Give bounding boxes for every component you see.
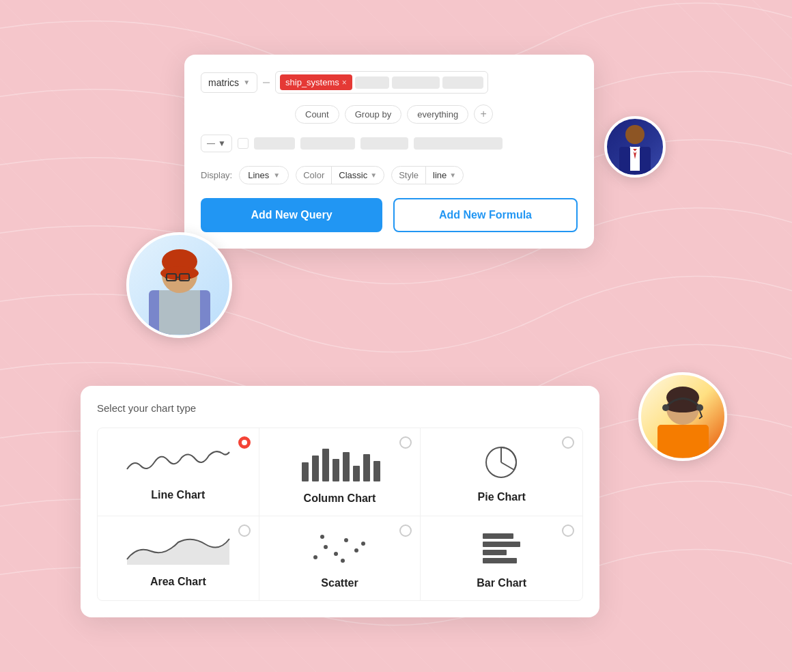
svg-point-13 — [334, 552, 338, 556]
ph-6 — [360, 137, 408, 150]
svg-point-16 — [361, 542, 365, 546]
placeholder-1 — [355, 76, 389, 89]
pie-chart-radio[interactable] — [562, 436, 574, 449]
color-select[interactable]: Color Classic ▼ — [296, 166, 384, 184]
svg-rect-6 — [363, 454, 370, 481]
svg-point-12 — [324, 545, 328, 549]
count-chip[interactable]: Count — [295, 105, 339, 124]
bar-chart-radio[interactable] — [562, 524, 574, 537]
bar-chart-name: Bar Chart — [477, 577, 526, 589]
svg-rect-3 — [333, 459, 339, 481]
svg-point-15 — [354, 548, 358, 552]
line-chart-name: Line Chart — [151, 489, 205, 501]
chart-item-line[interactable]: Line Chart — [98, 428, 259, 516]
ph-7 — [414, 137, 503, 150]
svg-point-42 — [696, 404, 703, 411]
area-chart-icon — [124, 532, 233, 569]
scatter-chart-icon — [305, 530, 373, 570]
line-chart-icon — [124, 445, 233, 482]
svg-point-41 — [662, 404, 669, 411]
svg-rect-28 — [159, 290, 200, 335]
placeholder-3 — [442, 76, 483, 89]
matrics-select[interactable]: matrics ▼ — [201, 72, 257, 93]
svg-point-14 — [344, 538, 348, 542]
svg-point-23 — [625, 125, 645, 144]
tag-container: ship_systems × — [275, 71, 488, 94]
placeholder-2 — [392, 76, 440, 89]
scatter-chart-radio[interactable] — [399, 524, 412, 537]
avatar-woman2 — [638, 372, 727, 461]
add-chip-btn[interactable]: + — [474, 104, 493, 124]
svg-rect-20 — [483, 542, 520, 547]
style-chevron: ▼ — [449, 171, 456, 179]
matrics-label: matrics — [208, 77, 239, 88]
svg-rect-7 — [373, 461, 380, 481]
pie-chart-icon — [483, 444, 520, 484]
column-chart-radio[interactable] — [399, 436, 412, 449]
chart-item-scatter[interactable]: Scatter — [259, 516, 421, 600]
column-chart-icon — [298, 442, 380, 486]
second-select[interactable]: — ▼ — [201, 135, 232, 152]
svg-rect-37 — [657, 425, 709, 458]
svg-rect-22 — [483, 558, 517, 563]
everything-chip[interactable]: everything — [407, 105, 468, 124]
svg-rect-2 — [322, 449, 329, 481]
svg-rect-21 — [483, 550, 507, 555]
lines-select[interactable]: Lines ▼ — [239, 166, 289, 184]
query-builder-card: matrics ▼ ship_systems × Count Group by … — [184, 55, 594, 249]
svg-rect-4 — [343, 452, 350, 481]
area-chart-radio[interactable] — [238, 524, 251, 537]
query-row-1: matrics ▼ ship_systems × — [201, 71, 578, 94]
column-chart-name: Column Chart — [304, 492, 376, 505]
chart-item-area[interactable]: Area Chart — [98, 516, 259, 600]
bar-chart-icon — [481, 530, 522, 570]
ph-5 — [300, 137, 355, 150]
svg-rect-1 — [312, 456, 319, 481]
svg-point-17 — [320, 535, 324, 539]
new-query-button[interactable]: Add New Query — [201, 198, 382, 232]
matrics-chevron: ▼ — [243, 79, 250, 86]
area-chart-name: Area Chart — [150, 576, 206, 588]
svg-line-10 — [501, 462, 514, 470]
tag-close-btn[interactable]: × — [342, 78, 347, 87]
avatar-woman1 — [126, 232, 232, 338]
ship-systems-tag[interactable]: ship_systems × — [280, 74, 352, 90]
chart-item-bar[interactable]: Bar Chart — [421, 516, 582, 600]
svg-line-36 — [189, 277, 190, 278]
query-row-2: Count Group by everything + — [201, 104, 578, 124]
display-options-row: Display: Lines ▼ Color Classic ▼ Style l… — [201, 166, 578, 184]
chart-type-card: Select your chart type Line Chart — [81, 386, 599, 617]
group-by-chip[interactable]: Group by — [345, 105, 401, 124]
color-chevron: ▼ — [370, 171, 377, 179]
chart-item-column[interactable]: Column Chart — [259, 428, 421, 516]
avatar-man — [604, 116, 666, 178]
action-buttons-row: Add New Query Add New Formula — [201, 198, 578, 232]
chart-card-title: Select your chart type — [97, 402, 583, 414]
lines-chevron: ▼ — [273, 171, 280, 179]
query-row-3: — ▼ — [201, 135, 578, 152]
style-select[interactable]: Style line ▼ — [391, 166, 464, 184]
svg-line-35 — [165, 277, 167, 278]
svg-point-11 — [313, 555, 317, 559]
ph-4 — [254, 137, 295, 150]
scatter-chart-name: Scatter — [321, 577, 358, 589]
chart-item-pie[interactable]: Pie Chart — [421, 428, 582, 516]
second-checkbox[interactable] — [238, 138, 249, 149]
line-chart-radio[interactable] — [238, 436, 251, 449]
display-label: Display: — [201, 170, 232, 180]
new-formula-button[interactable]: Add New Formula — [393, 198, 578, 232]
svg-rect-5 — [353, 466, 360, 481]
chart-type-grid: Line Chart Column Chart — [97, 428, 583, 601]
svg-point-18 — [341, 559, 345, 563]
pie-chart-name: Pie Chart — [478, 491, 526, 503]
svg-rect-0 — [302, 462, 309, 481]
connector-line — [263, 82, 270, 83]
svg-rect-19 — [483, 533, 513, 539]
